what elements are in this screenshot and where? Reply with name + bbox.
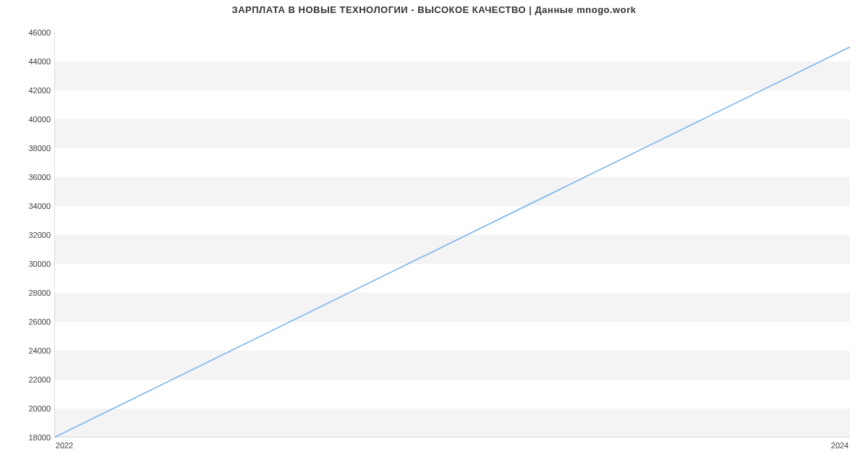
y-tick-label: 26000 xyxy=(7,317,51,326)
y-tick-label: 30000 xyxy=(7,260,51,268)
y-tick-label: 46000 xyxy=(7,28,51,37)
grid-band xyxy=(54,61,850,90)
y-tick-label: 24000 xyxy=(7,346,51,355)
grid-band xyxy=(54,119,850,148)
y-tick-label: 32000 xyxy=(7,231,51,239)
y-tick-label: 38000 xyxy=(7,144,51,153)
chart-svg xyxy=(54,33,850,437)
grid-band xyxy=(54,235,850,264)
y-tick-label: 22000 xyxy=(7,375,51,384)
chart-container: ЗАРПЛАТА В НОВЫЕ ТЕХНОЛОГИИ - ВЫСОКОЕ КА… xyxy=(0,0,868,470)
x-tick-label: 2022 xyxy=(56,441,73,450)
grid-band xyxy=(54,351,850,380)
y-tick-label: 20000 xyxy=(7,404,51,413)
plot-area xyxy=(54,33,850,437)
grid-band xyxy=(54,409,850,437)
grid-band xyxy=(54,177,850,206)
y-tick-label: 34000 xyxy=(7,202,51,210)
y-tick-label: 18000 xyxy=(7,433,51,442)
y-tick-label: 44000 xyxy=(7,57,51,66)
chart-title: ЗАРПЛАТА В НОВЫЕ ТЕХНОЛОГИИ - ВЫСОКОЕ КА… xyxy=(0,4,868,15)
grid-band xyxy=(54,293,850,322)
y-tick-label: 36000 xyxy=(7,173,51,181)
y-tick-label: 28000 xyxy=(7,289,51,297)
y-tick-label: 40000 xyxy=(7,115,51,124)
y-tick-label: 42000 xyxy=(7,86,51,95)
x-tick-label: 2024 xyxy=(831,441,848,450)
